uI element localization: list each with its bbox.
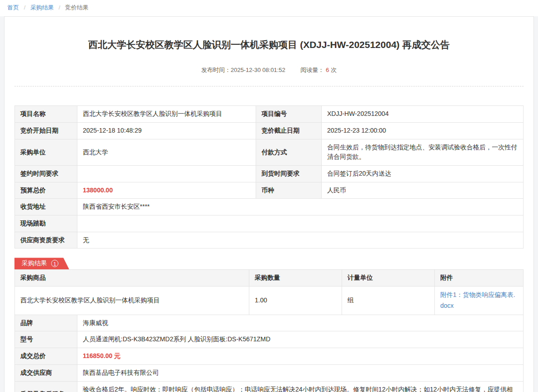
info-label-cell: 采购单位 — [15, 139, 77, 165]
publish-meta: 发布时间：2025-12-30 08:01:52 阅读量：6次 — [14, 66, 524, 74]
info-value-cell — [77, 166, 256, 182]
info-value-cell: 西北大学长安校区教学区人脸识别一体机采购项目 — [77, 106, 256, 123]
info-value-cell: 2025-12-23 12:00:00 — [322, 122, 524, 139]
info-value-cell: 合同生效后，待货物到达指定地点、安装调试验收合格后，一次性付清合同货款。 — [322, 139, 524, 165]
info-label-cell: 到货时间要求 — [256, 166, 322, 182]
read-count-group: 阅读量：6次 — [300, 67, 337, 73]
info-label-cell: 签约时间要求 — [15, 166, 77, 182]
info-value-cell: 西北大学 — [77, 139, 256, 165]
table-row: 成交总价 116850.00 元 — [15, 348, 524, 365]
table-row: 项目名称 西北大学长安校区教学区人脸识别一体机采购项目 项目编号 XDJJ-HW… — [15, 106, 524, 123]
read-count-value: 6 — [326, 67, 329, 73]
procurement-result-table: 采购商品 采购数量 计量单位 附件 西北大学长安校区教学区人脸识别一体机采购项目… — [14, 269, 524, 315]
info-value-cell: 人民币 — [322, 182, 524, 199]
breadcrumb-home-link[interactable]: 首页 — [7, 4, 19, 11]
quantity-cell: 1.00 — [249, 287, 342, 315]
model-label-cell: 型号 — [15, 331, 77, 348]
info-label-cell: 币种 — [256, 182, 322, 199]
info-label-cell: 供应商资质要求 — [15, 232, 77, 249]
table-header-row: 采购商品 采购数量 计量单位 附件 — [15, 270, 524, 287]
brand-value-cell: 海康威视 — [77, 315, 524, 331]
table-row: 型号 人员通道闸机:DS-K3B423ZMD2系列 人脸识别面板:DS-K567… — [15, 331, 524, 348]
read-count-unit: 次 — [331, 67, 337, 73]
breadcrumb: 首页 / 采购结果 / 竞价结果 — [0, 0, 538, 16]
info-value-cell: 陕西省西安市长安区**** — [77, 199, 524, 215]
info-label-cell: 竞价开始日期 — [15, 122, 77, 139]
table-row: 现场踏勘 — [15, 215, 524, 232]
info-value-cell: 合同签订后20天内送达 — [322, 166, 524, 182]
page-title: 西北大学长安校区教学区人脸识别一体机采购项目 (XDJJ-HW-20251200… — [14, 38, 524, 51]
attachment-download-link[interactable]: 附件1：货物类响应偏离表.docx — [440, 291, 515, 309]
table-row: 西北大学长安校区教学区人脸识别一体机采购项目 1.00 组 附件1：货物类响应偏… — [15, 287, 524, 315]
table-row: 收货地址 陕西省西安市长安区**** — [15, 199, 524, 215]
supplier-value-cell: 陕西基品电子科技有限公司 — [77, 364, 524, 381]
warranty-value-cell: 验收合格后2年。响应时效：即时响应（包括电话响应）；电话响应无法解决24小时内到… — [77, 381, 524, 392]
table-row: 品牌 海康威视 — [15, 315, 524, 331]
table-row: 签约时间要求 到货时间要求 合同签订后20天内送达 — [15, 166, 524, 182]
breadcrumb-separator: / — [59, 4, 61, 11]
table-row: 供应商资质要求 无 — [15, 232, 524, 249]
table-row: 竞价开始日期 2025-12-18 10:48:29 竞价截止日期 2025-1… — [15, 122, 524, 139]
column-header-attachment: 附件 — [435, 270, 524, 287]
warranty-label-cell: 质保及售后服务 — [15, 381, 77, 392]
announcement-card: 西北大学长安校区教学区人脸识别一体机采购项目 (XDJJ-HW-20251200… — [4, 16, 534, 392]
publish-time-label: 发布时间： — [201, 67, 231, 73]
info-label-cell: 项目编号 — [256, 106, 322, 123]
info-value-cell: 2025-12-18 10:48:29 — [77, 122, 256, 139]
info-label-cell: 收货地址 — [15, 199, 77, 215]
table-row: 质保及售后服务 验收合格后2年。响应时效：即时响应（包括电话响应）；电话响应无法… — [15, 381, 524, 392]
info-label-cell: 竞价截止日期 — [256, 122, 322, 139]
project-info-table: 项目名称 西北大学长安校区教学区人脸识别一体机采购项目 项目编号 XDJJ-HW… — [14, 105, 524, 249]
brand-label-cell: 品牌 — [15, 315, 77, 331]
breadcrumb-separator: / — [24, 4, 26, 11]
breadcrumb-current-page: 竞价结果 — [65, 4, 89, 11]
column-header-unit: 计量单位 — [342, 270, 435, 287]
deal-detail-table: 品牌 海康威视 型号 人员通道闸机:DS-K3B423ZMD2系列 人脸识别面板… — [14, 315, 524, 392]
info-label-cell: 项目名称 — [15, 106, 77, 123]
product-name-cell: 西北大学长安校区教学区人脸识别一体机采购项目 — [15, 287, 249, 315]
attachment-cell: 附件1：货物类响应偏离表.docx — [435, 287, 524, 315]
publish-time-group: 发布时间：2025-12-30 08:01:52 — [201, 67, 286, 73]
supplier-label-cell: 成交供应商 — [15, 364, 77, 381]
ribbon-label: 采购结果 — [22, 259, 47, 268]
table-row: 预算总价 138000.00 币种 人民币 — [15, 182, 524, 199]
procurement-result-ribbon: 采购结果 1 — [14, 258, 69, 269]
info-label-cell: 付款方式 — [256, 139, 322, 165]
unit-cell: 组 — [342, 287, 435, 315]
read-count-label: 阅读量： — [300, 67, 324, 73]
deal-price-value-cell: 116850.00 元 — [77, 348, 524, 365]
publish-time-value: 2025-12-30 08:01:52 — [231, 67, 286, 73]
deal-price-label-cell: 成交总价 — [15, 348, 77, 365]
info-label-cell: 预算总价 — [15, 182, 77, 199]
info-value-cell: 无 — [77, 232, 524, 249]
column-header-quantity: 采购数量 — [249, 270, 342, 287]
section-divider — [14, 86, 524, 86]
info-value-cell: XDJJ-HW-202512004 — [322, 106, 524, 123]
column-header-product: 采购商品 — [15, 270, 249, 287]
budget-total-value: 138000.00 — [77, 182, 256, 199]
table-row: 成交供应商 陕西基品电子科技有限公司 — [15, 364, 524, 381]
info-value-cell — [77, 215, 524, 232]
breadcrumb-procurement-results-link[interactable]: 采购结果 — [30, 4, 54, 11]
info-label-cell: 现场踏勘 — [15, 215, 77, 232]
ribbon-count-badge: 1 — [51, 260, 58, 267]
table-row: 采购单位 西北大学 付款方式 合同生效后，待货物到达指定地点、安装调试验收合格后… — [15, 139, 524, 165]
model-value-cell: 人员通道闸机:DS-K3B423ZMD2系列 人脸识别面板:DS-K5671ZM… — [77, 331, 524, 348]
